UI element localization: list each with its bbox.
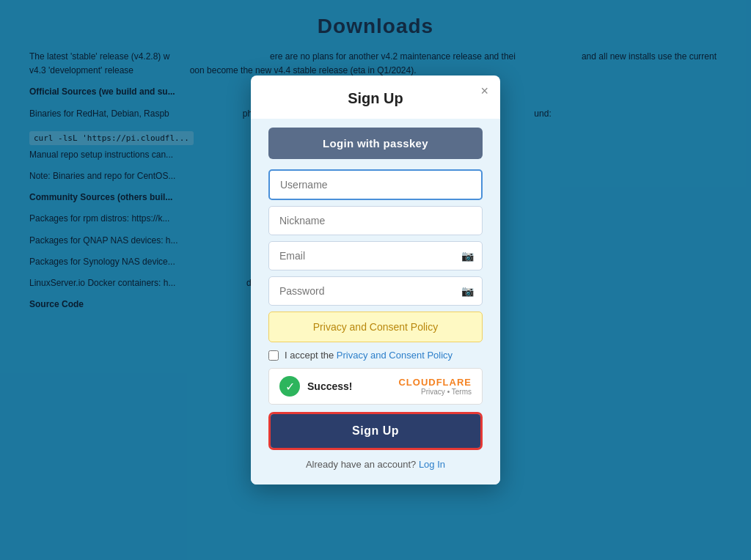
already-account-text: Already have an account? <box>306 459 416 470</box>
password-icon: 📷 <box>461 285 474 297</box>
email-field-wrapper: 📷 <box>268 241 483 270</box>
cloudflare-logo: CLOUDFLARE <box>398 377 472 388</box>
cloudflare-separator: • <box>447 388 450 396</box>
cloudflare-terms-link[interactable]: Terms <box>452 388 472 396</box>
consent-policy-link[interactable]: Privacy and Consent Policy <box>337 350 453 361</box>
username-input[interactable] <box>268 169 483 200</box>
captcha-check-icon: ✓ <box>279 376 300 397</box>
close-button[interactable]: × <box>480 84 488 97</box>
signup-button[interactable]: Sign Up <box>271 414 480 448</box>
email-input[interactable] <box>268 241 483 270</box>
captcha-right: CLOUDFLARE Privacy • Terms <box>398 377 472 396</box>
consent-row: I accept the Privacy and Consent Policy <box>268 350 483 361</box>
signup-button-wrapper: Sign Up <box>268 412 483 450</box>
login-link-row: Already have an account? Log In <box>268 459 483 470</box>
cloudflare-privacy-link[interactable]: Privacy <box>421 388 445 396</box>
captcha-left: ✓ Success! <box>279 376 352 397</box>
password-input[interactable] <box>268 276 483 306</box>
email-icon: 📷 <box>461 250 474 262</box>
modal-body: Login with passkey 📷 📷 Privacy and Conse… <box>251 119 500 485</box>
login-link[interactable]: Log In <box>419 459 445 470</box>
passkey-button[interactable]: Login with passkey <box>268 128 483 159</box>
password-field-wrapper: 📷 <box>268 276 483 306</box>
modal-title: Sign Up <box>348 90 403 106</box>
modal-overlay: Sign Up × Login with passkey 📷 📷 Privacy <box>0 0 751 560</box>
consent-checkbox[interactable] <box>268 350 279 361</box>
captcha-widget: ✓ Success! CLOUDFLARE Privacy • Terms <box>268 368 483 405</box>
consent-text: I accept the Privacy and Consent Policy <box>285 350 453 361</box>
privacy-policy-button[interactable]: Privacy and Consent Policy <box>268 312 483 342</box>
modal-header: Sign Up × <box>251 75 500 119</box>
cloudflare-links: Privacy • Terms <box>398 388 472 396</box>
captcha-success-label: Success! <box>307 380 352 392</box>
signup-modal: Sign Up × Login with passkey 📷 📷 Privacy <box>251 75 500 485</box>
nickname-input[interactable] <box>268 206 483 235</box>
